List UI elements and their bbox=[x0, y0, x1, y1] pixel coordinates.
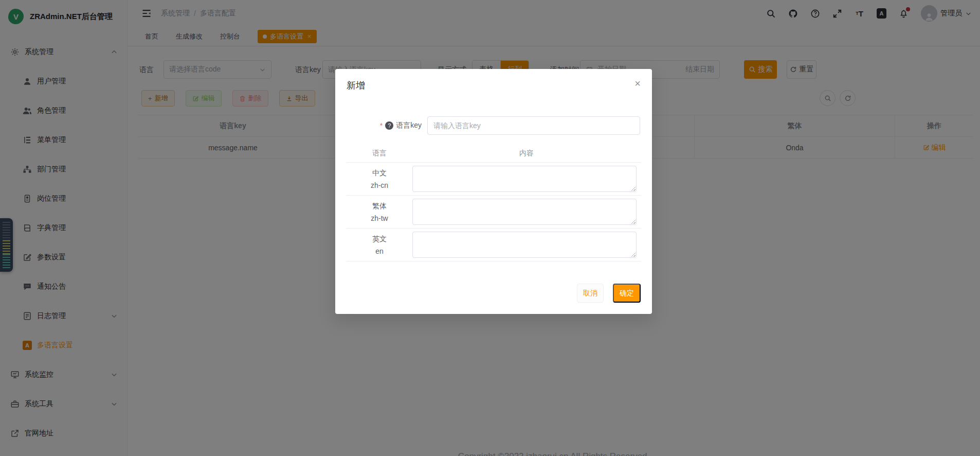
app-root: V ZRAdmin.NET后台管理 系统管理 用户管理 角色管理 菜单管理 bbox=[0, 0, 980, 456]
dialog-footer: 取消 确定 bbox=[577, 284, 641, 303]
grid-row-label: 繁体 zh-tw bbox=[347, 200, 412, 224]
grid-header-row: 语言 内容 bbox=[347, 144, 641, 163]
language-code: zh-cn bbox=[347, 179, 412, 191]
language-name: 英文 bbox=[347, 233, 412, 245]
grid-row-zh-cn: 中文 zh-cn bbox=[347, 163, 641, 196]
content-textarea-zh-tw[interactable] bbox=[412, 199, 637, 225]
content-textarea-zh-cn[interactable] bbox=[412, 166, 637, 192]
language-code: zh-tw bbox=[347, 212, 412, 224]
dialog-language-grid: 语言 内容 中文 zh-cn 繁体 zh-tw bbox=[347, 144, 641, 261]
add-dialog: 新增 × * ? 语言key 语言 内容 中文 zh-cn bbox=[335, 69, 652, 314]
confirm-button[interactable]: 确定 bbox=[613, 284, 641, 303]
dialog-title: 新增 bbox=[347, 79, 365, 92]
content-textarea-wrap bbox=[412, 232, 637, 258]
grid-column-content: 内容 bbox=[412, 149, 641, 158]
language-name: 中文 bbox=[347, 167, 412, 179]
language-name: 繁体 bbox=[347, 200, 412, 212]
dialog-key-label-row: * ? 语言key bbox=[335, 116, 422, 135]
cancel-button[interactable]: 取消 bbox=[577, 284, 604, 303]
required-asterisk: * bbox=[380, 121, 383, 130]
dialog-key-label: 语言key bbox=[396, 121, 422, 130]
grid-row-zh-tw: 繁体 zh-tw bbox=[347, 196, 641, 229]
close-icon[interactable]: × bbox=[632, 76, 643, 91]
help-circle-icon: ? bbox=[385, 121, 393, 130]
grid-column-language: 语言 bbox=[347, 149, 412, 158]
grid-row-label: 英文 en bbox=[347, 233, 412, 257]
content-textarea-wrap bbox=[412, 166, 637, 192]
grid-row-en: 英文 en bbox=[347, 229, 641, 261]
grid-row-label: 中文 zh-cn bbox=[347, 167, 412, 191]
content-textarea-wrap bbox=[412, 199, 637, 225]
content-textarea-en[interactable] bbox=[412, 232, 637, 258]
dialog-key-input[interactable] bbox=[428, 121, 640, 130]
dialog-key-input-box bbox=[427, 116, 640, 135]
language-code: en bbox=[347, 245, 412, 257]
